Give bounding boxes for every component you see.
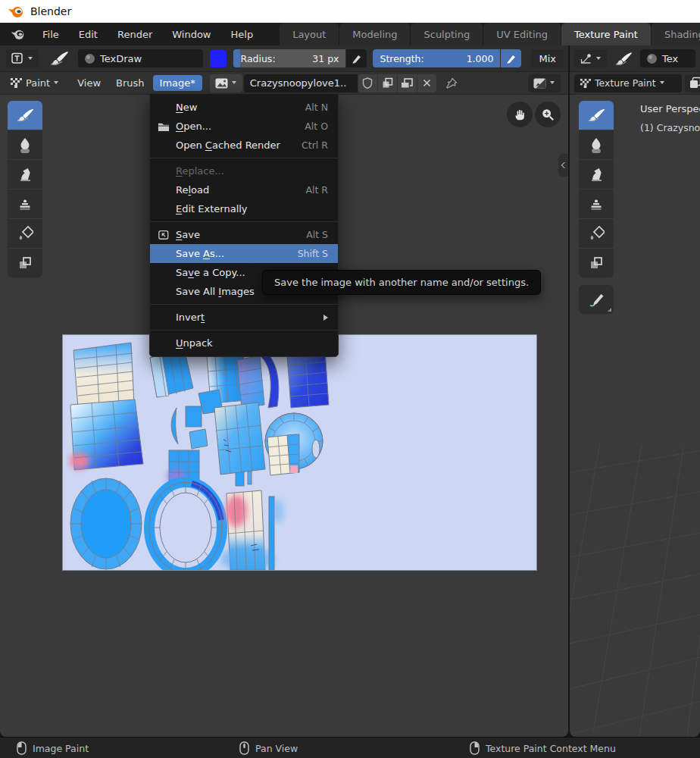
status-label: Texture Paint Context Menu xyxy=(486,743,616,754)
clone-icon xyxy=(589,197,604,211)
tool-annotate-button[interactable] xyxy=(579,285,614,314)
app-title: Blender xyxy=(30,5,71,17)
fill-icon xyxy=(589,226,605,242)
menu-item-label: Open Cached Render xyxy=(176,139,302,151)
browse-image-dropdown[interactable] xyxy=(210,74,242,92)
tool-mask-button[interactable] xyxy=(579,249,614,277)
texdraw-tool-icon xyxy=(11,52,24,64)
tool-mask-button[interactable] xyxy=(8,249,42,277)
menu-item-reload[interactable]: ReloadAlt R xyxy=(150,180,338,199)
workspace-tab-texture-paint[interactable]: Texture Paint xyxy=(561,23,651,45)
tool-fill-button[interactable] xyxy=(579,219,614,248)
editor-menu-image[interactable]: Image* xyxy=(153,75,202,91)
workspace-tab-uv-editing[interactable]: UV Editing xyxy=(483,23,561,45)
workspace-tabs: LayoutModelingSculptingUV EditingTexture… xyxy=(280,23,700,45)
tool-clone-button[interactable] xyxy=(8,190,42,218)
blend-mode-button[interactable]: Mix xyxy=(531,49,564,67)
display-channels-dropdown[interactable] xyxy=(528,74,561,92)
workspace-tab-layout[interactable]: Layout xyxy=(280,23,339,45)
chevron-down-icon xyxy=(232,80,237,86)
draw-icon xyxy=(16,108,34,123)
interaction-mode-dropdown[interactable]: Texture Paint xyxy=(574,74,682,92)
fake-user-shield-icon[interactable] xyxy=(358,74,377,92)
menu-item-invert[interactable]: Invert xyxy=(150,308,338,327)
menu-item-new[interactable]: NewAlt N xyxy=(150,98,338,117)
menubar-item-window[interactable]: Window xyxy=(162,23,220,45)
save-all-icon[interactable] xyxy=(398,74,417,92)
menu-item-label: Edit Externally xyxy=(176,203,328,215)
editor-menu-view[interactable]: View xyxy=(70,75,108,91)
brush-preview-icon xyxy=(646,53,658,64)
tool-soften-button[interactable] xyxy=(579,130,614,159)
paint-canvas[interactable] xyxy=(62,334,537,571)
workspace-tab-modeling[interactable]: Modeling xyxy=(339,23,410,45)
menubar-item-render[interactable]: Render xyxy=(108,23,162,45)
save-icon xyxy=(158,229,176,240)
viewport-body: User Perspec (1) Crazysno xyxy=(570,95,700,736)
brush-name-field[interactable]: TexDraw xyxy=(78,49,203,67)
menu-item-save[interactable]: SaveAlt S xyxy=(150,225,338,244)
tool-draw-button[interactable] xyxy=(579,101,614,130)
tool-smear-button[interactable] xyxy=(579,160,614,189)
paint-mode-icon xyxy=(10,77,22,89)
menu-item-shortcut: Alt N xyxy=(305,102,328,113)
tool-clone-button[interactable] xyxy=(579,190,614,218)
tool-smear-button[interactable] xyxy=(8,160,42,189)
smear-icon xyxy=(17,167,33,182)
sidebar-collapse-tab[interactable] xyxy=(558,154,568,177)
tool-fill-button[interactable] xyxy=(8,219,42,248)
menubar-menus: FileEditRenderWindowHelp xyxy=(33,23,263,45)
workspace-tab-sculpting[interactable]: Sculpting xyxy=(411,23,483,45)
viewport-view-label: User Perspec xyxy=(640,103,700,114)
pin-icon[interactable] xyxy=(445,77,458,89)
active-tool-dropdown[interactable] xyxy=(6,49,39,67)
radius-slider-group: Radius: 31 px xyxy=(233,49,367,67)
menu-item-edit-externally[interactable]: Edit Externally xyxy=(150,199,338,218)
image-name-field[interactable]: Crazysnoopylove1.. xyxy=(244,74,358,92)
radius-fill xyxy=(233,49,240,67)
tool-draw-button[interactable] xyxy=(8,101,42,130)
image-editor-header: Paint ViewBrushImage* Crazysnoopylove1.. xyxy=(0,72,568,95)
chevron-left-icon xyxy=(561,162,567,168)
falloff-dropdown[interactable] xyxy=(574,49,607,67)
menubar-item-edit[interactable]: Edit xyxy=(69,23,108,45)
copy-tool-settings-icon[interactable] xyxy=(685,74,700,92)
editor-mode-dropdown[interactable]: Paint xyxy=(5,74,64,92)
workspace-tab-shading[interactable]: Shading xyxy=(652,23,700,45)
menu-item-unpack[interactable]: Unpack xyxy=(150,334,338,352)
menubar-item-help[interactable]: Help xyxy=(221,23,264,45)
zoom-button[interactable] xyxy=(535,102,561,127)
menu-item-label: Open... xyxy=(176,121,305,132)
viewport-brush-name-field[interactable]: Tex xyxy=(640,49,695,67)
menu-item-save-as[interactable]: Save As...Shift S xyxy=(150,244,338,263)
blender-menu-icon[interactable] xyxy=(0,23,33,45)
editor-menu-brush[interactable]: Brush xyxy=(109,75,152,91)
save-as-tooltip: Save the image with another name and/or … xyxy=(262,270,541,295)
strength-label: Strength: xyxy=(380,53,423,64)
duplicate-icon[interactable] xyxy=(378,74,397,92)
menu-item-open[interactable]: Open...Alt O xyxy=(150,117,338,136)
status-pan-view: Pan View xyxy=(239,738,298,758)
unlink-close-icon[interactable] xyxy=(417,74,436,92)
viewport-tool-header: Tex xyxy=(570,45,700,72)
brush-preview-icon xyxy=(84,53,95,64)
chevron-down-icon xyxy=(660,80,665,86)
strength-slider[interactable]: Strength: 1.000 xyxy=(373,49,500,67)
brush-color-swatch[interactable] xyxy=(210,50,227,67)
status-texture-paint-context-menu: Texture Paint Context Menu xyxy=(470,738,616,758)
radius-slider[interactable]: Radius: 31 px xyxy=(233,49,345,67)
radius-pressure-toggle[interactable] xyxy=(346,49,367,67)
strength-pressure-toggle[interactable] xyxy=(501,49,521,67)
menu-item-label: Save As... xyxy=(176,248,298,259)
radius-label: Radius: xyxy=(240,53,275,64)
texture-paint-mode-icon xyxy=(580,78,591,89)
brush-icon xyxy=(614,52,633,66)
menubar-item-file[interactable]: File xyxy=(33,23,69,45)
chevron-down-icon xyxy=(28,56,33,61)
tool-soften-button[interactable] xyxy=(8,130,42,159)
menu-item-replace[interactable]: Replace... xyxy=(150,161,338,180)
image-editor-tool-header: TexDraw Radius: 31 px Strength: 1.000 Mi… xyxy=(0,45,568,72)
editor-mode-label: Paint xyxy=(26,77,50,89)
pan-hand-button[interactable] xyxy=(507,102,533,127)
menu-item-open-cached-render[interactable]: Open Cached RenderCtrl R xyxy=(150,136,338,155)
